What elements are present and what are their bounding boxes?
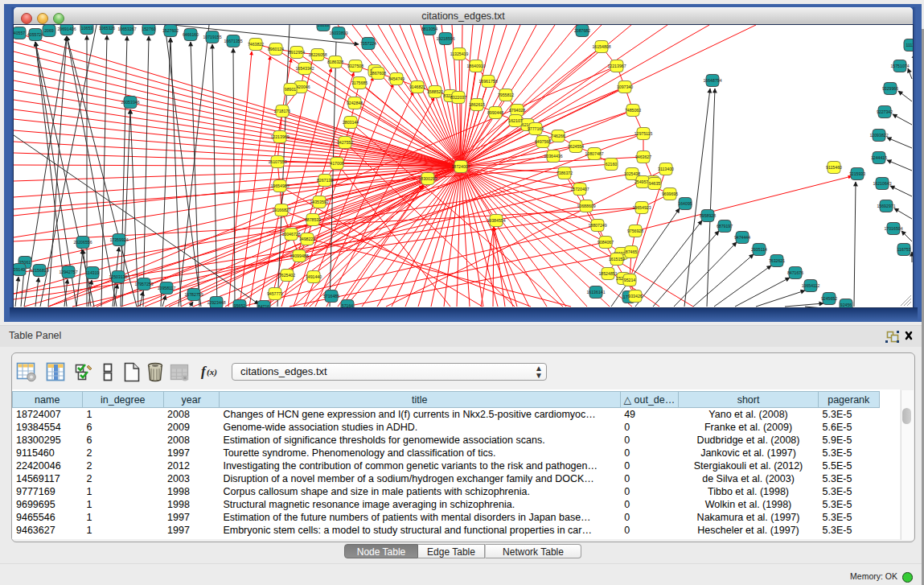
svg-text:9474444: 9474444 — [734, 235, 750, 240]
svg-text:17016504: 17016504 — [884, 226, 902, 231]
svg-text:12923448: 12923448 — [207, 300, 225, 305]
svg-text:152760: 152760 — [142, 27, 155, 31]
svg-text:19166827: 19166827 — [272, 208, 290, 212]
svg-text:9329966: 9329966 — [882, 86, 898, 91]
svg-text:8813054: 8813054 — [421, 27, 437, 31]
svg-text:16961758: 16961758 — [478, 79, 497, 84]
svg-text:9146821: 9146821 — [409, 84, 425, 89]
svg-text:9084067: 9084067 — [598, 240, 614, 245]
svg-text:15751074: 15751074 — [890, 64, 909, 68]
svg-text:20206556: 20206556 — [73, 240, 92, 245]
svg-text:20053346: 20053346 — [121, 100, 139, 105]
svg-text:2867608: 2867608 — [370, 71, 386, 76]
svg-text:18300295: 18300295 — [418, 176, 437, 181]
svg-text:1244415: 1244415 — [871, 155, 887, 160]
svg-text:1097340: 1097340 — [617, 84, 633, 89]
svg-text:6879197: 6879197 — [717, 224, 733, 229]
svg-text:7485063: 7485063 — [625, 108, 641, 113]
svg-text:12213967: 12213967 — [607, 64, 626, 68]
svg-text:8267130: 8267130 — [317, 178, 333, 183]
svg-text:17359924: 17359924 — [109, 237, 128, 242]
svg-text:6466160: 6466160 — [183, 32, 199, 37]
svg-text:114319: 114319 — [86, 270, 100, 275]
svg-text:10653267: 10653267 — [117, 27, 136, 31]
svg-text:18226058: 18226058 — [308, 52, 326, 57]
svg-text:1527602: 1527602 — [162, 28, 179, 33]
svg-text:20364436: 20364436 — [544, 154, 562, 159]
svg-text:16033: 16033 — [318, 25, 330, 27]
svg-text:7625402: 7625402 — [279, 273, 295, 278]
svg-text:7632621: 7632621 — [769, 258, 785, 263]
svg-text:8454749: 8454749 — [388, 76, 405, 81]
svg-text:9115460: 9115460 — [826, 165, 842, 170]
svg-text:18724007: 18724007 — [451, 164, 470, 169]
svg-text:2803144: 2803144 — [343, 120, 359, 125]
svg-text:3215933: 3215933 — [849, 171, 865, 176]
svg-text:2069: 2069 — [44, 28, 54, 33]
svg-text:12156819: 12156819 — [30, 268, 48, 273]
svg-text:7386372: 7386372 — [556, 171, 573, 175]
svg-text:9245652: 9245652 — [821, 296, 837, 301]
svg-text:17957253: 17957253 — [134, 282, 153, 286]
svg-text:8186328: 8186328 — [327, 60, 343, 64]
svg-text:8958928: 8958928 — [700, 213, 716, 218]
svg-text:92456: 92456 — [840, 303, 852, 307]
svg-text:8990448: 8990448 — [487, 110, 503, 115]
svg-text:10046728: 10046728 — [281, 232, 300, 237]
svg-text:20691406: 20691406 — [57, 27, 76, 31]
svg-text:94635: 94635 — [649, 181, 661, 186]
svg-text:10688609: 10688609 — [577, 204, 595, 208]
svg-text:10807487: 10807487 — [585, 151, 603, 156]
svg-text:15720407: 15720407 — [570, 187, 589, 192]
svg-text:3175685: 3175685 — [351, 80, 368, 85]
svg-text:62160: 62160 — [606, 162, 618, 167]
svg-text:98901: 98901 — [285, 87, 297, 92]
svg-text:95214: 95214 — [624, 278, 636, 282]
svg-text:3498222: 3498222 — [299, 237, 315, 241]
svg-text:933426: 933426 — [628, 294, 642, 299]
svg-text:1588520: 1588520 — [427, 89, 443, 94]
svg-text:16210643: 16210643 — [873, 181, 891, 186]
svg-text:1862615: 1862615 — [469, 102, 485, 107]
svg-text:746266: 746266 — [551, 134, 565, 138]
svg-text:5716485: 5716485 — [323, 294, 339, 299]
svg-text:39149: 39149 — [14, 267, 25, 272]
svg-text:4055724: 4055724 — [27, 32, 43, 37]
svg-text:95652: 95652 — [234, 303, 246, 307]
svg-text:19654923: 19654923 — [632, 205, 651, 210]
svg-text:16543342: 16543342 — [295, 66, 314, 71]
svg-text:12942757: 12942757 — [59, 270, 77, 274]
svg-text:19384554: 19384554 — [487, 218, 505, 223]
svg-text:9699695: 9699695 — [662, 192, 678, 196]
svg-text:8878533: 8878533 — [305, 217, 321, 222]
svg-text:18640910: 18640910 — [466, 64, 485, 68]
svg-text:11325419: 11325419 — [450, 51, 469, 56]
svg-text:9463627: 9463627 — [635, 154, 651, 159]
svg-text:16107553: 16107553 — [268, 159, 286, 164]
svg-text:1112: 1112 — [906, 43, 913, 47]
svg-text:9227342: 9227342 — [877, 109, 893, 114]
svg-text:19654985: 19654985 — [270, 183, 289, 188]
svg-text:16136141: 16136141 — [586, 290, 605, 295]
svg-text:10719155: 10719155 — [203, 35, 221, 39]
svg-text:7955812: 7955812 — [498, 93, 514, 97]
svg-text:84716: 84716 — [258, 304, 270, 307]
svg-text:162107: 162107 — [508, 118, 522, 123]
svg-text:9777169: 9777169 — [528, 126, 544, 131]
svg-text:6794028: 6794028 — [509, 108, 525, 113]
svg-text:8912954: 8912954 — [289, 50, 305, 55]
svg-text:3427552: 3427552 — [337, 140, 353, 145]
svg-text:417006: 417006 — [330, 161, 343, 166]
svg-text:16033809: 16033809 — [329, 31, 347, 35]
svg-text:8960124: 8960124 — [268, 47, 284, 51]
svg-text:1615152: 1615152 — [609, 257, 625, 262]
svg-text:3113400: 3113400 — [658, 167, 674, 171]
svg-text:1491440: 1491440 — [306, 274, 322, 279]
svg-text:1065326: 1065326 — [99, 26, 115, 31]
svg-text:164095: 164095 — [678, 201, 692, 206]
svg-text:(x): (x) — [207, 367, 217, 377]
svg-text:6497568: 6497568 — [535, 139, 551, 144]
svg-text:16671355: 16671355 — [224, 39, 242, 43]
svg-text:116753: 116753 — [897, 247, 911, 252]
svg-text:10958117: 10958117 — [158, 286, 176, 290]
